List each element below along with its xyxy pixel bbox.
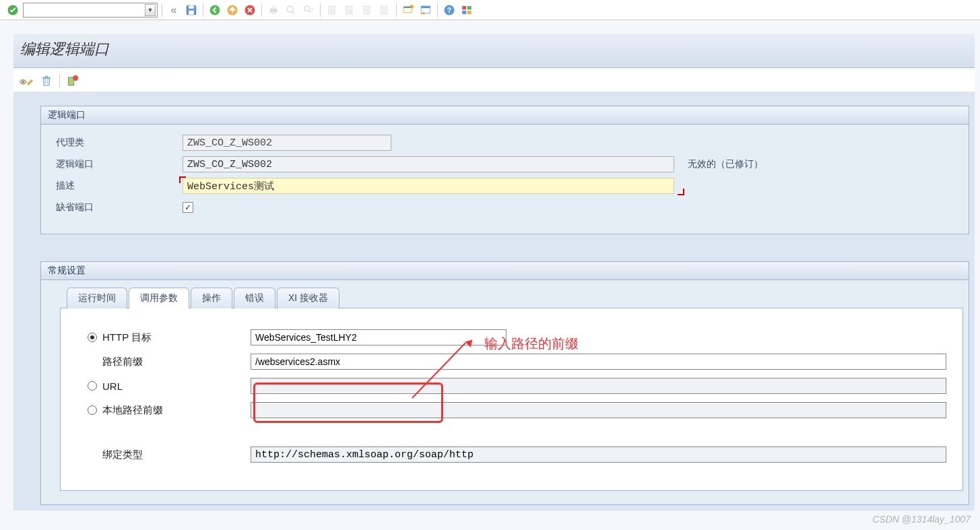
local-path-label: 本地路径前缀 <box>102 404 251 417</box>
url-radio[interactable] <box>88 381 97 391</box>
page-last-icon <box>377 3 392 18</box>
command-field[interactable]: ▼ <box>23 3 158 18</box>
path-prefix-field[interactable] <box>251 354 946 370</box>
default-port-checkbox[interactable]: ✓ <box>183 202 193 213</box>
print-icon <box>266 3 281 18</box>
binding-type-label: 绑定类型 <box>102 449 251 461</box>
logical-port-group: 逻辑端口 代理类 逻辑端口 无效的（已修订） 描述 <box>40 106 969 234</box>
status-text: 无效的（已修订） <box>688 158 763 170</box>
palette-icon[interactable] <box>459 3 474 18</box>
cancel-nav-icon[interactable] <box>242 3 257 18</box>
exit-nav-icon[interactable] <box>225 3 240 18</box>
binding-type-field[interactable] <box>251 446 946 463</box>
tab-operations[interactable]: 操作 <box>191 288 232 308</box>
tab-errors[interactable]: 错误 <box>234 288 275 308</box>
separator <box>261 3 262 17</box>
description-field[interactable] <box>183 178 674 194</box>
focus-bracket-icon <box>179 176 186 183</box>
watermark: CSDN @1314lay_1007 <box>872 514 971 525</box>
separator <box>59 74 60 88</box>
group-header: 常规设置 <box>41 262 969 280</box>
svg-rect-25 <box>462 10 466 13</box>
main-content: 编辑逻辑端口 逻辑端口 代理类 逻辑端口 无效的（已修订） <box>0 20 980 516</box>
separator <box>203 3 203 17</box>
ok-icon[interactable] <box>5 3 20 18</box>
separator <box>162 3 162 17</box>
svg-point-27 <box>22 80 24 83</box>
svg-rect-18 <box>410 5 414 8</box>
help-icon[interactable]: ? <box>442 3 457 18</box>
svg-rect-23 <box>462 6 466 9</box>
svg-point-29 <box>73 75 78 80</box>
svg-rect-8 <box>271 6 275 9</box>
svg-text:?: ? <box>447 5 451 13</box>
svg-rect-14 <box>364 6 370 14</box>
local-path-field[interactable] <box>251 402 946 418</box>
tab-call-params[interactable]: 调用参数 <box>129 288 189 308</box>
svg-rect-13 <box>346 6 352 14</box>
tab-runtime[interactable]: 运行时间 <box>67 288 127 308</box>
back-nav-icon[interactable] <box>207 3 222 18</box>
svg-rect-24 <box>467 6 471 9</box>
svg-point-11 <box>304 6 310 11</box>
svg-rect-20 <box>421 6 430 8</box>
svg-rect-3 <box>189 10 194 14</box>
svg-rect-9 <box>271 11 275 14</box>
back-icon[interactable]: « <box>166 3 181 18</box>
http-target-radio[interactable] <box>88 333 97 342</box>
logical-port-field[interactable] <box>183 156 674 172</box>
save-icon[interactable] <box>184 3 199 18</box>
delete-icon[interactable] <box>38 72 55 90</box>
dropdown-icon[interactable]: ▼ <box>145 4 156 16</box>
layout-icon[interactable] <box>418 3 433 18</box>
proxy-class-field[interactable] <box>183 135 391 151</box>
default-port-label: 缺省端口 <box>55 201 183 213</box>
find-next-icon <box>301 3 316 18</box>
separator <box>437 3 438 17</box>
page-title: 编辑逻辑端口 <box>13 34 975 68</box>
http-target-label: HTTP 目标 <box>102 331 251 344</box>
display-change-icon[interactable] <box>18 72 35 90</box>
svg-rect-26 <box>467 10 471 13</box>
content-background: 逻辑端口 代理类 逻辑端口 无效的（已修订） 描述 <box>13 92 975 510</box>
path-prefix-label: 路径前缀 <box>102 356 251 368</box>
separator <box>396 3 397 17</box>
new-session-icon[interactable] <box>401 3 416 18</box>
svg-rect-2 <box>189 5 194 9</box>
url-label: URL <box>102 380 251 392</box>
url-field[interactable] <box>251 378 946 394</box>
main-toolbar: ▼ « ? <box>0 0 980 20</box>
find-icon <box>284 3 298 18</box>
proxy-class-label: 代理类 <box>55 137 183 149</box>
tabstrip: 运行时间 调用参数 操作 错误 XI 接收器 <box>67 287 963 308</box>
page-next-icon <box>360 3 374 18</box>
logical-port-label: 逻辑端口 <box>55 158 183 170</box>
focus-bracket-icon <box>678 189 684 195</box>
description-label: 描述 <box>55 180 183 192</box>
sub-toolbar <box>13 69 975 92</box>
page-prev-icon <box>342 3 357 18</box>
page-first-icon <box>325 3 339 18</box>
annotation-text: 输入路径的前缀 <box>484 335 579 353</box>
svg-point-4 <box>210 5 220 15</box>
separator <box>320 3 321 17</box>
general-settings-group: 常规设置 运行时间 调用参数 操作 错误 XI 接收器 HTTP 目标 <box>40 261 969 505</box>
local-path-radio[interactable] <box>88 405 97 415</box>
variant-icon[interactable] <box>64 72 81 90</box>
tab-xi-receiver[interactable]: XI 接收器 <box>277 288 339 308</box>
group-header: 逻辑端口 <box>41 106 969 125</box>
